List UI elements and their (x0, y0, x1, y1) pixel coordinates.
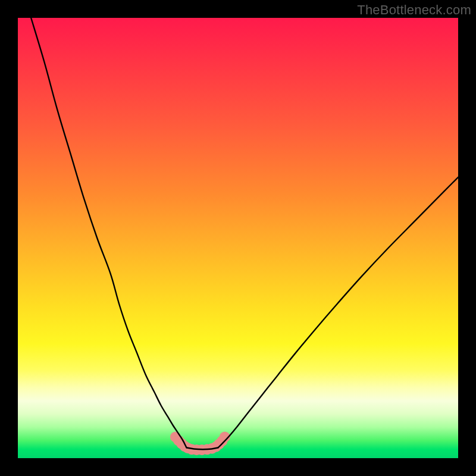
curves-svg (18, 18, 458, 458)
plot-area (18, 18, 458, 458)
right-curve (218, 177, 458, 447)
left-curve (31, 18, 186, 447)
chart-frame: TheBottleneck.com (0, 0, 476, 476)
watermark-text: TheBottleneck.com (357, 2, 471, 18)
